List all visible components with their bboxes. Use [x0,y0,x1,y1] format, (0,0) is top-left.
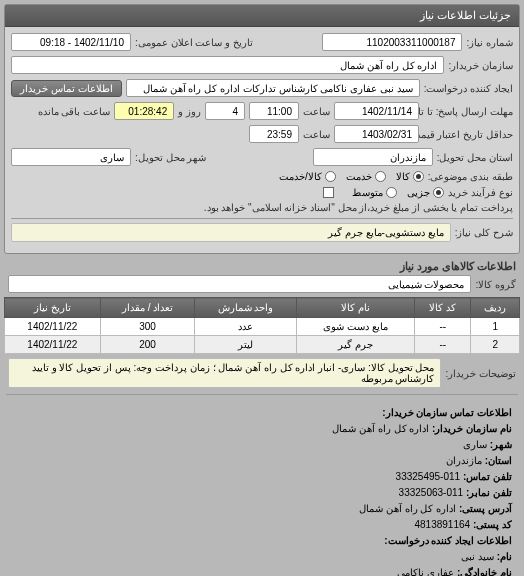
radio-dot-icon [325,171,336,182]
deadline-label: مهلت ارسال پاسخ: تا تاریخ: [423,106,513,117]
remain-field: 01:28:42 [114,102,174,120]
table-header: نام کالا [296,298,414,318]
valid-time-field: 23:59 [249,125,299,143]
number-field: 1102003311000187 [322,33,462,51]
group-label: گروه کالا: [475,279,516,290]
announce-field: 1402/11/10 - 09:18 [11,33,131,51]
announce-label: تاریخ و ساعت اعلان عمومی: [135,37,253,48]
province-field: مازندران [313,148,433,166]
items-section-title: اطلاعات کالاهای مورد نیاز [8,260,516,273]
process-radio-group: جزیی متوسط [352,187,444,198]
deadline-date-field: 1402/11/14 [334,102,419,120]
table-header: تعداد / مقدار [100,298,195,318]
days-field: 4 [205,102,245,120]
category-radio-group: کالا خدمت کالا/خدمت [279,171,424,182]
radio-service[interactable]: خدمت [346,171,386,182]
valid-date-field: 1403/02/31 [334,125,419,143]
radio-dot-icon [433,187,444,198]
radio-medium[interactable]: متوسط [352,187,397,198]
radio-both[interactable]: کالا/خدمت [279,171,336,182]
buyer-field: اداره کل راه آهن شمال [11,56,444,74]
radio-dot-icon [375,171,386,182]
category-label: طبقه بندی موضوعی: [428,171,513,182]
table-header: کد کالا [415,298,471,318]
notes-label: توضیحات خریدار: [445,368,516,379]
group-field: محصولات شیمیایی [8,275,471,293]
contact-button[interactable]: اطلاعات تماس خریدار [11,80,122,97]
time-label-1: ساعت [303,106,330,117]
buyer-label: سازمان خریدار: [448,60,513,71]
days-label: روز و [178,106,201,117]
payment-checkbox[interactable] [323,187,334,198]
desc-field: مایع دستشویی-مایع جرم گیر [11,223,451,242]
valid-label: حداقل تاریخ اعتبار قیمت: تا تاریخ: [423,129,513,140]
requester-title: اطلاعات ایجاد کننده درخواست: [384,535,512,546]
table-row: 2--جرم گیرلیتر2001402/11/22 [5,336,520,354]
radio-dot-icon [413,171,424,182]
buyer-org-title: اطلاعات تماس سازمان خریدار: [382,407,512,418]
contact-block: اطلاعات تماس سازمان خریدار: نام سازمان خ… [4,401,520,576]
requester-field: سید نبی عفاری ناکامی کارشناس تدارکات ادا… [126,79,420,97]
radio-goods[interactable]: کالا [396,171,424,182]
panel-header: جزئیات اطلاعات نیاز [5,5,519,27]
notes-field: محل تحویل کالا: ساری- انبار اداره کل راه… [8,358,441,388]
table-header: ردیف [471,298,520,318]
table-header: تاریخ نیاز [5,298,101,318]
time-label-2: ساعت [303,129,330,140]
province-label: استان محل تحویل: [437,152,513,163]
process-label: نوع فرآیند خرید [448,187,513,198]
radio-small[interactable]: جزیی [407,187,444,198]
remain-label: ساعت باقی مانده [38,106,111,117]
items-table: ردیفکد کالانام کالاواحد شمارشتعداد / مقد… [4,297,520,354]
city-field: ساری [11,148,131,166]
desc-label: شرح کلی نیاز: [455,227,513,238]
table-header: واحد شمارش [195,298,297,318]
radio-dot-icon [386,187,397,198]
table-row: 1--مایع دست شویعدد3001402/11/22 [5,318,520,336]
number-label: شماره نیاز: [466,37,513,48]
city-label: شهر محل تحویل: [135,152,206,163]
deadline-time-field: 11:00 [249,102,299,120]
requester-label: ایجاد کننده درخواست: [424,83,513,94]
payment-note: پرداخت تمام یا بخشی از مبلغ خرید،از محل … [204,202,513,213]
